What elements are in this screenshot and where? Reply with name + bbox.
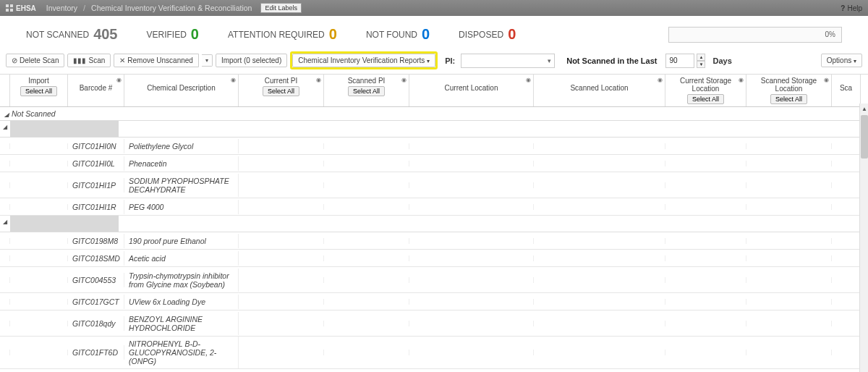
group-not-scanned[interactable]: ◢Not Scanned [0, 107, 868, 121]
table-row[interactable]: GITC01HI0LPhenacetin [0, 155, 868, 172]
col-current-storage[interactable]: Current Storage Location Select All ◉ [665, 75, 746, 106]
filter-icon[interactable]: ◉ [526, 77, 531, 83]
breadcrumb-sep: / [83, 4, 85, 12]
collapse-icon[interactable]: ◢ [4, 111, 9, 118]
table-row[interactable]: GITC01HI0NPoliethylene Glycol [0, 138, 868, 155]
svg-rect-2 [6, 9, 9, 12]
cell-current-loc [409, 299, 534, 305]
cell-sca [832, 182, 861, 188]
col-sca[interactable]: Sca [832, 75, 861, 106]
cell-current-storage [665, 182, 746, 188]
breadcrumb-inventory[interactable]: Inventory [46, 4, 77, 12]
cell-current-pi [239, 350, 324, 355]
cell-current-pi [239, 238, 324, 244]
filter-icon[interactable]: ◉ [231, 77, 236, 83]
col-scanned-storage[interactable]: Scanned Storage Location Select All ◉ [746, 75, 832, 106]
col-import[interactable]: Import Select All [10, 75, 68, 106]
delete-scan-button[interactable]: ⊘Delete Scan [6, 54, 64, 67]
filter-icon[interactable]: ◉ [316, 77, 321, 83]
cell-scanned-pi [324, 238, 409, 244]
collapse-icon[interactable]: ◢ [0, 121, 10, 137]
reports-highlight: Chemical Inventory Verification Reports … [290, 51, 438, 69]
cell-scanned-storage [746, 350, 832, 355]
scroll-up-icon[interactable]: ▲ [860, 103, 868, 114]
table-row[interactable]: GITC0198M8190 proof pure Ethanol [0, 232, 868, 250]
options-dropdown-button[interactable]: Options ▾ [821, 54, 862, 67]
scanned-pi-select-all-button[interactable]: Select All [348, 86, 385, 96]
reports-dropdown-button[interactable]: Chemical Inventory Verification Reports … [292, 54, 435, 67]
cell-scanned-pi [324, 182, 409, 188]
table-row[interactable]: GITC017GCTUView 6x Loading Dye [0, 293, 868, 310]
table-row[interactable]: GITC01FT6DNITROPHENYL B-D-GLUCOPYRANOSID… [0, 337, 868, 369]
cell-chem-desc: NITROPHENYL B-D-GLUCOPYRANOSIDE, 2- (ONP… [124, 337, 239, 368]
help-link[interactable]: ?Help [841, 4, 862, 12]
cell-import [10, 255, 68, 261]
current-pi-select-all-button[interactable]: Select All [263, 86, 299, 96]
delete-icon: ⊘ [12, 56, 17, 64]
cell-barcode: GITC004553 [68, 273, 124, 287]
table-row[interactable]: GITC018SMDAcetic acid [0, 250, 868, 267]
vertical-scrollbar[interactable]: ▲ [859, 103, 868, 372]
filter-icon[interactable]: ◉ [401, 77, 407, 83]
cell-scanned-storage [746, 255, 832, 261]
cell-scanned-storage [746, 143, 832, 149]
cell-current-loc [409, 350, 534, 355]
cell-barcode: GITC0198M8 [68, 234, 124, 248]
cell-current-loc [409, 277, 534, 283]
filter-icon[interactable]: ◉ [739, 77, 744, 83]
filter-icon[interactable]: ◉ [824, 77, 829, 83]
import-select-all-button[interactable]: Select All [20, 86, 57, 96]
cell-scanned-loc [534, 350, 665, 355]
scanned-storage-select-all-button[interactable]: Select All [770, 94, 807, 104]
cell-sca [832, 321, 861, 326]
col-scanned-pi[interactable]: Scanned PI Select All ◉ [324, 75, 409, 106]
filter-icon[interactable]: ◉ [116, 77, 122, 83]
cell-scanned-loc [534, 238, 665, 244]
cell-scanned-pi [324, 299, 409, 305]
table-row[interactable]: GITC018qdyBENZOYL ARGININE HYDROCHLORIDE [0, 310, 868, 337]
cell-scanned-loc [534, 255, 665, 261]
row-expander [0, 255, 10, 261]
row-expander [0, 238, 10, 244]
col-current-location[interactable]: Current Location ◉ [409, 75, 534, 106]
cell-current-pi [239, 255, 324, 261]
not-scanned-days-label: Not Scanned in the Last [566, 56, 657, 65]
remove-unscanned-button[interactable]: ✕Remove Unscanned [114, 54, 199, 67]
cell-current-pi [239, 143, 324, 149]
cell-scanned-storage [746, 238, 832, 244]
col-current-pi[interactable]: Current PI Select All ◉ [239, 75, 324, 106]
col-barcode[interactable]: Barcode # ◉ [68, 75, 124, 106]
scan-button[interactable]: ▮▮▮Scan [67, 54, 111, 67]
cell-barcode: GITC01HI0L [68, 156, 124, 171]
pi-select[interactable]: ▾ [461, 54, 555, 68]
row-expander [0, 161, 10, 166]
cell-scanned-loc [534, 182, 665, 188]
table-row[interactable]: GITC004553Trypsin-chymotrypsin inhibitor… [0, 267, 868, 293]
stat-disposed: DISPOSED0 [459, 26, 516, 43]
cell-current-loc [409, 321, 534, 326]
scroll-thumb[interactable] [861, 115, 868, 158]
cell-chem-desc: 190 proof pure Ethanol [124, 234, 239, 248]
days-spinner[interactable]: ▲▼ [697, 54, 705, 68]
table-row[interactable]: GITC01HI1RPEG 4000 [0, 198, 868, 216]
cell-scanned-loc [534, 204, 665, 210]
days-input[interactable]: 90 [665, 54, 694, 68]
col-chem-desc[interactable]: Chemical Description ◉ [124, 75, 239, 106]
table-row[interactable]: GITC01HI1PSODIUM PYROPHOSPHATE DECAHYDRA… [0, 172, 868, 198]
spinner-up-icon[interactable]: ▲ [697, 54, 705, 61]
cell-scanned-loc [534, 161, 665, 166]
cell-sca [832, 277, 861, 283]
cell-scanned-pi [324, 255, 409, 261]
import-button[interactable]: Import (0 selected) [216, 54, 287, 67]
current-storage-select-all-button[interactable]: Select All [687, 94, 724, 104]
collapse-icon[interactable]: ◢ [0, 216, 10, 232]
cell-sca [832, 255, 861, 261]
remove-unscanned-dropdown[interactable]: ▾ [202, 54, 213, 67]
cell-import [10, 277, 68, 283]
header-bar: EHSA Inventory / Chemical Inventory Veri… [0, 0, 868, 16]
col-scanned-location[interactable]: Scanned Location ◉ [534, 75, 665, 106]
spinner-down-icon[interactable]: ▼ [697, 61, 705, 68]
edit-labels-button[interactable]: Edit Labels [260, 3, 302, 13]
filter-icon[interactable]: ◉ [658, 77, 663, 83]
cell-scanned-storage [746, 277, 832, 283]
